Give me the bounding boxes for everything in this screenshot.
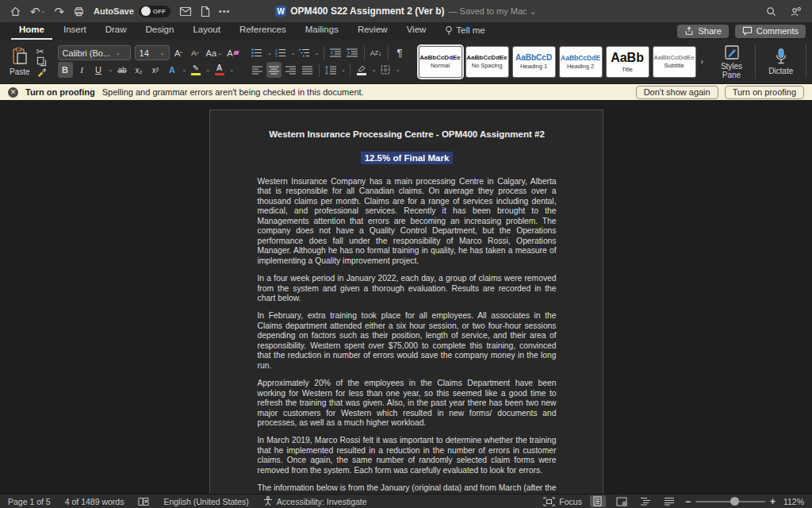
paste-button[interactable]: Paste: [5, 45, 35, 78]
dictate-button[interactable]: Dictate: [764, 46, 798, 77]
turn-on-proofing-button[interactable]: Turn on proofing: [725, 86, 804, 99]
dont-show-again-button[interactable]: Don't show again: [636, 86, 718, 99]
document-save-status[interactable]: — Saved to my Mac ⌄: [448, 6, 536, 17]
multilevel-list-button[interactable]: [297, 45, 312, 61]
style-heading-1[interactable]: AaBbCcD Heading 1: [512, 46, 556, 78]
tab-view[interactable]: View: [399, 22, 435, 40]
font-name-select[interactable]: Calibri (Bo...⌄: [58, 45, 131, 60]
draft-view-button[interactable]: [661, 495, 677, 507]
web-layout-view-button[interactable]: [614, 495, 630, 507]
clear-formatting-button[interactable]: A: [225, 45, 240, 61]
italic-button[interactable]: I: [75, 62, 90, 78]
tab-mailings[interactable]: Mailings: [297, 22, 347, 40]
sort-button[interactable]: AZ↓: [369, 45, 384, 61]
style-title[interactable]: AaBb Title: [606, 46, 649, 78]
increase-indent-button[interactable]: [345, 45, 360, 61]
page-indicator[interactable]: Page 1 of 5: [8, 497, 51, 506]
proofing-status[interactable]: [138, 497, 149, 506]
document-canvas[interactable]: Western Insurance Processing Centre - OP…: [0, 100, 812, 494]
bold-button[interactable]: B: [58, 62, 73, 78]
search-icon[interactable]: [765, 6, 777, 17]
zoom-slider[interactable]: − +: [685, 496, 776, 507]
change-case-button[interactable]: Aa⌄: [205, 45, 224, 61]
focus-icon: [543, 497, 555, 506]
tab-insert[interactable]: Insert: [56, 22, 94, 40]
styles-gallery: AaBbCcDdEe Normal AaBbCcDdEe No Spacing …: [417, 41, 707, 82]
format-painter-icon[interactable]: [36, 67, 47, 77]
zoom-in-button[interactable]: +: [770, 496, 776, 507]
word-app-icon: W: [275, 6, 286, 17]
tab-design[interactable]: Design: [138, 22, 182, 40]
doc-paragraph-5: In March 2019, Marco Rossi felt it was i…: [258, 436, 557, 475]
highlight-color-button[interactable]: ✎: [188, 62, 203, 78]
tab-review[interactable]: Review: [350, 22, 396, 40]
copy-icon[interactable]: [36, 56, 47, 67]
align-right-button[interactable]: [283, 62, 298, 78]
numbering-button[interactable]: 123: [274, 45, 289, 61]
presence-icon[interactable]: [790, 6, 802, 17]
home-icon[interactable]: [10, 6, 21, 17]
show-paragraph-marks-button[interactable]: ¶: [393, 45, 408, 61]
autosave-toggle[interactable]: OFF: [139, 6, 170, 17]
cut-icon[interactable]: ✂: [36, 47, 47, 56]
strikethrough-button[interactable]: ab: [114, 62, 129, 78]
style-heading-2[interactable]: AaBbCcDdE Heading 2: [559, 46, 603, 78]
tab-tell-me[interactable]: Tell me: [437, 22, 492, 40]
text-effects-button[interactable]: A: [164, 62, 179, 78]
share-button[interactable]: Share: [677, 25, 728, 38]
shrink-font-button[interactable]: A˅: [188, 45, 203, 61]
language-indicator[interactable]: English (United States): [163, 497, 248, 506]
styles-pane-button[interactable]: StylesPane: [716, 43, 747, 81]
zoom-slider-knob[interactable]: [730, 497, 739, 506]
style-subtitle[interactable]: AaBbCcDdEe Subtitle: [653, 46, 696, 78]
superscript-button[interactable]: x²: [147, 62, 163, 78]
proofing-book-icon: [138, 497, 149, 506]
font-size-select[interactable]: 14⌄: [135, 45, 170, 60]
underline-button[interactable]: U: [91, 62, 106, 78]
font-color-button[interactable]: A: [212, 62, 227, 78]
doc-paragraph-4: Approximately 20% of the employees in th…: [258, 379, 557, 428]
tab-references[interactable]: References: [232, 22, 294, 40]
print-layout-view-button[interactable]: [590, 495, 606, 507]
document-page[interactable]: Western Insurance Processing Centre - OP…: [209, 110, 603, 494]
justify-button[interactable]: [300, 62, 315, 78]
align-center-button[interactable]: [266, 62, 282, 78]
style-no-spacing[interactable]: AaBbCcDdEe No Spacing: [465, 46, 509, 78]
print-icon[interactable]: [73, 6, 85, 17]
bullets-button[interactable]: [250, 45, 265, 61]
zoom-level[interactable]: 112%: [783, 497, 804, 506]
tab-home[interactable]: Home: [11, 22, 52, 40]
doc-highlighted-subtitle: 12.5% of Final Mark: [258, 150, 557, 164]
outline-view-button[interactable]: [638, 495, 653, 507]
style-normal[interactable]: AaBbCcDdEe Normal: [419, 46, 462, 78]
word-count[interactable]: 4 of 1489 words: [65, 497, 124, 506]
align-left-button[interactable]: [250, 62, 265, 78]
zoom-slider-track[interactable]: [695, 501, 765, 502]
decrease-indent-button[interactable]: [328, 45, 343, 61]
ribbon: Paste ✂ Calibri (Bo...⌄ 14⌄ A^ A˅ Aa⌄ A: [0, 40, 812, 84]
mail-icon[interactable]: [179, 6, 192, 17]
doc-paragraph-3: In February, extra training took place f…: [258, 311, 557, 371]
zoom-out-button[interactable]: −: [685, 496, 691, 507]
proofing-notification-bar: ✕ Turn on proofing Spelling and grammar …: [0, 84, 812, 100]
styles-pane-icon: [724, 44, 740, 60]
doc-title: Western Insurance Processing Centre - OP…: [258, 129, 557, 139]
styles-gallery-expander[interactable]: ›: [699, 57, 705, 66]
autosave-control[interactable]: AutoSave OFF: [94, 6, 170, 17]
line-spacing-button[interactable]: [324, 62, 339, 78]
focus-mode-button[interactable]: Focus: [543, 497, 582, 506]
undo-button[interactable]: ↶⌄: [30, 6, 45, 17]
tab-layout[interactable]: Layout: [185, 22, 228, 40]
new-document-icon[interactable]: [201, 6, 210, 17]
comments-button[interactable]: Comments: [735, 25, 806, 38]
document-title: OPM400 S22 Assignment 2 (Ver b): [290, 6, 444, 17]
shading-button[interactable]: [354, 62, 370, 78]
grow-font-button[interactable]: A^: [171, 45, 186, 61]
tab-draw[interactable]: Draw: [98, 22, 135, 40]
subscript-button[interactable]: x₂: [131, 62, 146, 78]
accessibility-status[interactable]: Accessibility: Investigate: [263, 496, 367, 506]
more-commands-icon[interactable]: •••: [219, 7, 231, 16]
borders-button[interactable]: [378, 62, 393, 78]
autosave-label: AutoSave: [94, 6, 134, 16]
redo-button[interactable]: ↷: [54, 6, 64, 17]
